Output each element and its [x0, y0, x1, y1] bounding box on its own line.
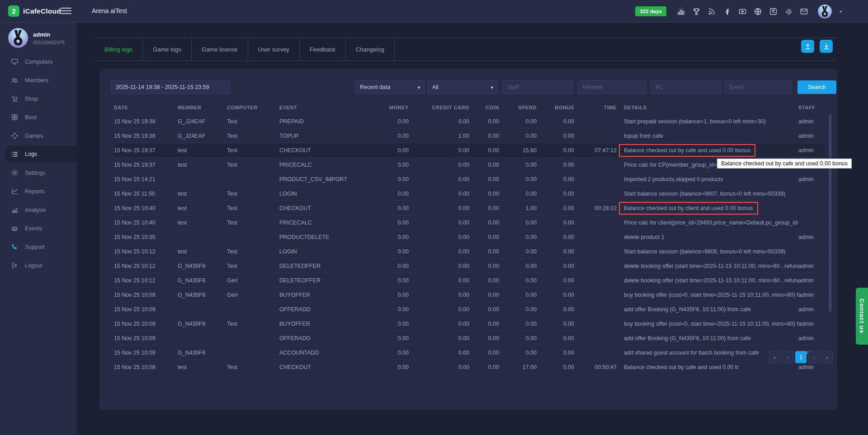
details-text: add shared guest account for batch booki… — [624, 350, 759, 356]
table-row[interactable]: 15 Nov 25 11:50testTestLOGIN0.000.000.00… — [114, 187, 825, 201]
column-header-staff[interactable]: STAFF — [798, 105, 825, 110]
table-row[interactable]: 15 Nov 25 10:09OFFERADD0.000.000.000.000… — [114, 302, 825, 317]
table-row[interactable]: 15 Nov 25 10:09G_N435F6ACCOUNTADD0.000.0… — [114, 346, 825, 360]
column-header-date[interactable]: DATE — [114, 105, 178, 110]
table-row[interactable]: 15 Nov 25 10:40testTestCHECKOUT0.000.000… — [114, 201, 825, 215]
tab-changelog[interactable]: Changelog — [346, 38, 395, 61]
table-row[interactable]: 15 Nov 25 10:09G_N435F6TestBUYOFFER0.000… — [114, 317, 825, 331]
gear-icon — [11, 169, 19, 177]
cell-computer: Test — [227, 364, 279, 370]
pc-input[interactable]: PC — [651, 80, 722, 94]
table-row[interactable]: 15 Nov 25 10:09G_N435F6GeriBUYOFFER0.000… — [114, 288, 825, 302]
pagination: «‹1›» — [769, 351, 833, 363]
table-scrollbar[interactable] — [829, 114, 831, 312]
sidebar-item-events[interactable]: Events — [0, 219, 77, 238]
rss-icon[interactable] — [708, 7, 716, 16]
sidebar-item-games[interactable]: Games — [0, 126, 77, 145]
tab-game-logs[interactable]: Game logs — [143, 38, 192, 61]
table-row[interactable]: 15 Nov 25 10:40testTestPRICECALC0.000.00… — [114, 215, 825, 230]
page-button[interactable]: ‹ — [782, 351, 793, 363]
table-row[interactable]: 15 Nov 25 19:37testTestCHECKOUT0.000.000… — [114, 143, 825, 158]
menu-toggle-icon[interactable] — [61, 6, 71, 15]
tab-user-survey[interactable]: User survey — [248, 38, 300, 61]
sidebar-item-settings[interactable]: Settings — [0, 164, 77, 182]
cell-credit_card: 1.00 — [409, 133, 469, 139]
chevron-down-icon[interactable]: ▾ — [840, 9, 842, 14]
column-header-spend[interactable]: SPEND — [499, 105, 537, 110]
icafecloud-icon[interactable] — [769, 7, 778, 16]
cell-date: 15 Nov 25 10:09 — [114, 335, 178, 341]
cell-spend: 0.00 — [499, 263, 537, 269]
sidebar-item-computers[interactable]: Computers — [0, 52, 77, 71]
cell-staff: admin — [798, 118, 825, 125]
column-header-computer[interactable]: COMPUTER — [227, 105, 279, 110]
sidebar-item-members[interactable]: Members — [0, 71, 77, 89]
table-row[interactable]: 15 Nov 25 10:12G_N435F6GeriDELETEOFFER0.… — [114, 273, 825, 288]
cell-credit_card: 0.00 — [409, 205, 469, 211]
tab-feedback[interactable]: Feedback — [300, 38, 346, 61]
tab-billing-logs[interactable]: Billing logs — [94, 38, 143, 61]
cell-event: PRODUCTDELETE — [279, 234, 368, 240]
globe-icon[interactable] — [754, 7, 762, 16]
column-header-time[interactable]: TIME — [574, 105, 617, 110]
tab-label: User survey — [258, 46, 289, 53]
date-range-input[interactable]: 2025-11-14 19:38 - 2025-11-15 23:59 — [111, 80, 231, 94]
page-button[interactable]: « — [769, 351, 780, 363]
sidebar-item-logs[interactable]: Logs — [5, 145, 77, 163]
pc-placeholder: PC — [656, 84, 663, 90]
mail-icon[interactable] — [800, 7, 808, 16]
event-input[interactable]: Event — [724, 80, 791, 94]
page-button[interactable]: » — [821, 351, 833, 363]
youtube-icon[interactable] — [738, 7, 747, 16]
table-row[interactable]: 15 Nov 25 10:09OFFERADD0.000.000.000.000… — [114, 331, 825, 346]
cell-money: 0.00 — [368, 350, 409, 356]
sidebar-item-support[interactable]: Support — [0, 238, 77, 256]
cell-date: 15 Nov 25 10:12 — [114, 263, 178, 269]
user-avatar[interactable] — [818, 5, 832, 19]
sidebar-user[interactable]: admin 005193482475 — [8, 28, 65, 48]
trophy-icon[interactable] — [692, 7, 701, 16]
export-button[interactable] — [820, 40, 833, 53]
table-row[interactable]: 15 Nov 25 14:21PRODUCT_CSV_IMPORT0.000.0… — [114, 172, 825, 187]
cell-bonus: 0.00 — [537, 292, 574, 298]
layers-icon[interactable] — [784, 7, 793, 16]
cell-money: 0.00 — [368, 234, 409, 240]
column-header-bonus[interactable]: BONUS — [537, 105, 574, 110]
facebook-icon[interactable] — [723, 7, 731, 16]
table-row[interactable]: 15 Nov 25 10:12testTestLOGIN0.000.000.00… — [114, 244, 825, 259]
sidebar-item-logout[interactable]: Logout — [0, 256, 77, 275]
column-header-coin[interactable]: COIN — [469, 105, 499, 110]
billing-logs-card: 2025-11-14 19:38 - 2025-11-15 23:59 Rece… — [99, 69, 837, 410]
column-header-details[interactable]: DETAILS — [617, 105, 798, 110]
table-row[interactable]: 15 Nov 25 19:38G_J24EAFTestTOPUP0.001.00… — [114, 129, 825, 143]
staff-input[interactable]: Staff — [502, 80, 573, 94]
sidebar-item-shop[interactable]: Shop — [0, 89, 77, 108]
column-header-event[interactable]: EVENT — [279, 105, 368, 110]
sidebar-item-analysis[interactable]: Analysis — [0, 201, 77, 219]
cell-money: 0.00 — [368, 191, 409, 197]
page-button[interactable]: › — [808, 351, 820, 363]
page-button-current[interactable]: 1 — [795, 351, 807, 363]
app-logo[interactable]: 2 iCafeCloud — [8, 5, 61, 17]
member-input[interactable]: Member — [577, 80, 646, 94]
subscription-days-badge[interactable]: 322 days — [635, 6, 666, 16]
data-select[interactable]: Recent data ▾ — [355, 80, 425, 94]
ranking-icon[interactable] — [677, 7, 685, 16]
tab-game-license[interactable]: Game license — [192, 38, 248, 61]
sidebar-item-reports[interactable]: Reports — [0, 182, 77, 201]
sidebar-item-boot[interactable]: Boot — [0, 108, 77, 126]
column-header-credit_card[interactable]: CREDIT CARD — [409, 105, 469, 110]
table-row[interactable]: 15 Nov 25 10:08testTestCHECKOUT0.000.000… — [114, 360, 825, 370]
cell-member: G_J24EAF — [178, 118, 227, 125]
search-button[interactable]: Search — [797, 80, 836, 94]
table-row[interactable]: 15 Nov 25 19:38G_J24EAFTestPREPAID0.000.… — [114, 114, 825, 129]
cell-coin: 0.00 — [469, 133, 499, 139]
column-header-money[interactable]: MONEY — [368, 105, 409, 110]
import-button[interactable] — [801, 40, 814, 53]
event-type-select[interactable]: All ▾ — [427, 80, 498, 94]
column-header-member[interactable]: MEMBER — [178, 105, 227, 110]
table-row[interactable]: 15 Nov 25 10:35PRODUCTDELETE0.000.000.00… — [114, 230, 825, 244]
user-name: admin — [33, 31, 65, 38]
contact-us-button[interactable]: Contact us — [856, 288, 868, 345]
table-row[interactable]: 15 Nov 25 10:12G_N435F6TestDELETEOFFER0.… — [114, 259, 825, 273]
